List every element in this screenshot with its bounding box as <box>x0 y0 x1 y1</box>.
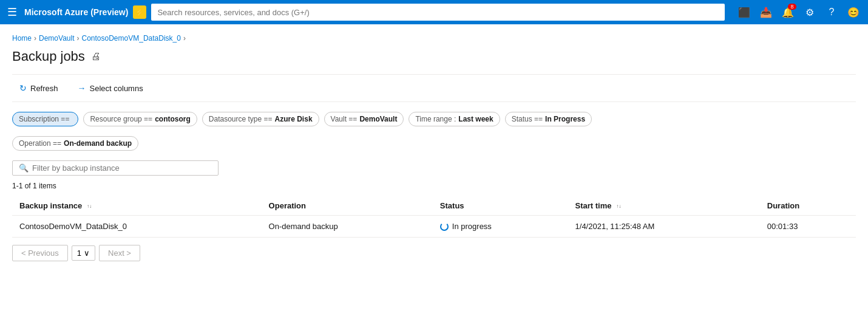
filter-chip[interactable]: Vault == DemoVault <box>324 112 404 126</box>
breadcrumb-vault[interactable]: DemoVault <box>39 34 74 43</box>
filter-input-wrap: 🔍 <box>12 160 219 176</box>
page-selector[interactable]: 1 ∨ <box>72 245 95 261</box>
table-row: ContosoDemoVM_DataDisk_0 On-demand backu… <box>12 216 856 238</box>
filter-chip[interactable]: Resource group == contosorg <box>83 112 197 126</box>
cell-start-time: 1/4/2021, 11:25:48 AM <box>568 216 760 238</box>
breadcrumb-home[interactable]: Home <box>12 34 32 43</box>
table-header-row: Backup instance ↑↓ Operation Status Star… <box>12 196 856 216</box>
main-content: Home › DemoVault › ContosoDemoVM_DataDis… <box>0 24 868 336</box>
cell-status: In progress <box>433 216 568 238</box>
feedback-icon[interactable]: 📥 <box>756 2 776 22</box>
next-button[interactable]: Next > <box>99 245 140 261</box>
print-icon[interactable]: 🖨 <box>91 51 101 62</box>
filter-chip[interactable]: Datasource type == Azure Disk <box>202 112 319 126</box>
cell-backup-instance: ContosoDemoVM_DataDisk_0 <box>12 216 262 238</box>
previous-button[interactable]: < Previous <box>12 245 68 261</box>
filter-chips-row2: Operation == On-demand backup <box>12 136 856 151</box>
lightning-button[interactable]: ⚡ <box>133 5 146 19</box>
col-backup-instance: Backup instance ↑↓ <box>12 196 262 216</box>
settings-icon[interactable]: ⚙ <box>800 2 819 22</box>
sort-start-time-icon[interactable]: ↑↓ <box>616 204 621 209</box>
filter-chip[interactable]: Subscription == <box>12 112 78 126</box>
breadcrumb-disk[interactable]: ContosoDemoVM_DataDisk_0 <box>82 34 181 43</box>
breadcrumb: Home › DemoVault › ContosoDemoVM_DataDis… <box>12 34 856 43</box>
pagination: < Previous 1 ∨ Next > <box>12 238 856 261</box>
status-spinner-icon <box>440 222 449 231</box>
col-start-time: Start time ↑↓ <box>568 196 760 216</box>
filter-chips-row1: Subscription == Resource group == contos… <box>12 112 856 126</box>
backup-jobs-table: Backup instance ↑↓ Operation Status Star… <box>12 196 856 238</box>
filter-chip[interactable]: Status == In Progress <box>505 112 592 126</box>
filter-search-icon: 🔍 <box>19 163 29 173</box>
col-status: Status <box>433 196 568 216</box>
columns-icon: → <box>78 83 86 93</box>
items-count: 1-1 of 1 items <box>12 182 856 190</box>
chevron-down-icon: ∨ <box>84 249 90 258</box>
notifications-icon[interactable]: 🔔 8 <box>778 2 798 22</box>
menu-icon[interactable]: ☰ <box>5 3 19 21</box>
select-columns-button[interactable]: → Select columns <box>70 80 151 97</box>
cell-duration: 00:01:33 <box>760 216 856 238</box>
notification-badge: 8 <box>788 4 796 10</box>
filter-row: 🔍 <box>12 160 856 176</box>
sort-backup-instance-icon[interactable]: ↑↓ <box>87 204 92 209</box>
page-title-row: Backup jobs 🖨 <box>12 49 856 64</box>
page-title: Backup jobs <box>12 49 85 64</box>
status-label: In progress <box>452 222 492 231</box>
col-operation: Operation <box>262 196 433 216</box>
col-duration: Duration <box>760 196 856 216</box>
refresh-button[interactable]: ↻ Refresh <box>12 80 66 97</box>
cell-operation: On-demand backup <box>262 216 433 238</box>
topbar: ☰ Microsoft Azure (Preview) ⚡ ⬛ 📥 🔔 8 ⚙ … <box>0 0 868 24</box>
help-icon[interactable]: ? <box>822 2 841 22</box>
global-search-input[interactable] <box>151 4 725 21</box>
refresh-icon: ↻ <box>19 83 27 93</box>
terminal-icon[interactable]: ⬛ <box>734 2 754 22</box>
filter-chip[interactable]: Operation == On-demand backup <box>12 136 138 151</box>
filter-backup-instance-input[interactable] <box>32 163 212 173</box>
toolbar: ↻ Refresh → Select columns <box>12 74 856 102</box>
app-title: Microsoft Azure (Preview) <box>24 7 128 17</box>
filter-chip[interactable]: Time range : Last week <box>409 112 500 126</box>
topbar-icon-group: ⬛ 📥 🔔 8 ⚙ ? 😊 <box>734 2 863 22</box>
user-icon[interactable]: 😊 <box>844 2 863 22</box>
